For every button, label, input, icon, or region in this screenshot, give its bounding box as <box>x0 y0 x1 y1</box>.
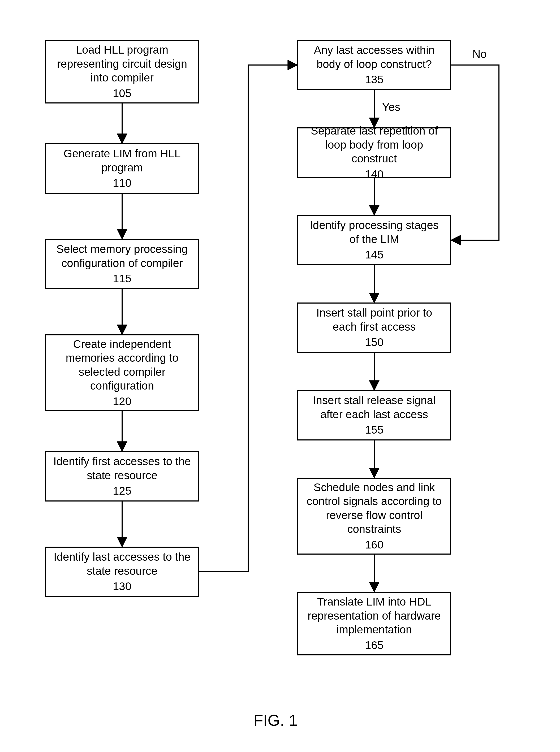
node-number: 135 <box>365 73 383 87</box>
node-150: Insert stall point prior to each first a… <box>297 303 451 353</box>
node-130: Identify last accesses to the state reso… <box>45 547 199 597</box>
figure-label: FIG. 1 <box>254 711 298 729</box>
node-text: Insert stall release signal after each l… <box>304 393 445 421</box>
node-number: 110 <box>113 176 132 190</box>
node-155: Insert stall release signal after each l… <box>297 390 451 441</box>
node-text: Any last accesses within body of loop co… <box>304 43 445 71</box>
node-145: Identify processing stages of the LIM 14… <box>297 215 451 265</box>
node-number: 125 <box>113 484 132 498</box>
node-number: 115 <box>113 272 132 286</box>
edge-label-yes: Yes <box>382 101 400 114</box>
node-number: 165 <box>365 638 383 652</box>
node-165: Translate LIM into HDL representation of… <box>297 592 451 655</box>
node-text: Separate last repetition of loop body fr… <box>304 124 445 166</box>
node-number: 120 <box>113 394 132 409</box>
node-number: 105 <box>113 86 132 101</box>
node-number: 130 <box>113 580 132 594</box>
node-text: Identify processing stages of the LIM <box>304 218 445 246</box>
node-text: Create independent memories according to… <box>52 337 193 393</box>
node-number: 160 <box>365 538 383 552</box>
node-125: Identify first accesses to the state res… <box>45 451 199 502</box>
edge-label-no: No <box>473 48 487 61</box>
node-105: Load HLL program representing circuit de… <box>45 40 199 103</box>
node-number: 150 <box>365 336 383 349</box>
node-120: Create independent memories according to… <box>45 334 199 411</box>
node-text: Schedule nodes and link control signals … <box>304 481 445 536</box>
node-110: Generate LIM from HLL program 110 <box>45 143 199 194</box>
node-160: Schedule nodes and link control signals … <box>297 477 451 554</box>
node-135: Any last accesses within body of loop co… <box>297 40 451 90</box>
node-number: 145 <box>365 248 383 262</box>
node-text: Select memory processing configuration o… <box>52 242 193 270</box>
node-text: Insert stall point prior to each first a… <box>304 306 445 334</box>
node-number: 155 <box>365 423 383 437</box>
node-text: Translate LIM into HDL representation of… <box>304 595 445 637</box>
node-115: Select memory processing configuration o… <box>45 239 199 289</box>
node-text: Generate LIM from HLL program <box>52 147 193 175</box>
node-number: 140 <box>365 167 383 182</box>
node-text: Load HLL program representing circuit de… <box>52 43 193 85</box>
node-140: Separate last repetition of loop body fr… <box>297 127 451 178</box>
node-text: Identify first accesses to the state res… <box>52 454 193 482</box>
node-text: Identify last accesses to the state reso… <box>52 550 193 578</box>
flowchart-canvas: Load HLL program representing circuit de… <box>0 0 560 752</box>
